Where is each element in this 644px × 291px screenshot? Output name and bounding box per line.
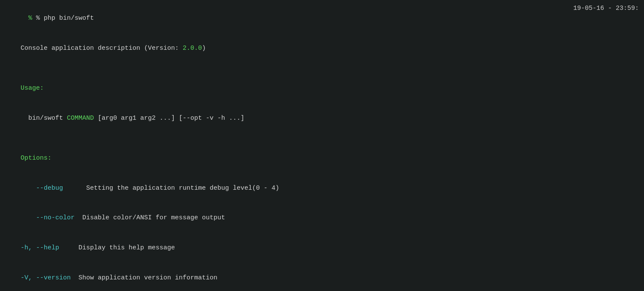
usage-args: [arg0 arg1 arg2 ...] [--opt -v -h ...] — [94, 115, 244, 122]
usage-line: bin/swoft COMMAND [arg0 arg1 arg2 ...] [… — [5, 103, 639, 133]
terminal: % % php bin/swoft 19-05-16 - 23:59: Cons… — [5, 3, 639, 291]
description-suffix: ) — [202, 45, 206, 52]
option-flag-help: -h, --help — [21, 244, 59, 252]
option-flag-no-color: --no-color — [21, 214, 75, 221]
option-help: -h, --help Display this help message — [5, 233, 639, 263]
options-label-line: Options: — [5, 143, 639, 173]
option-version: -V, --version Show application version i… — [5, 263, 639, 291]
prompt-symbol: % — [28, 15, 36, 22]
usage-label: Usage: — [21, 85, 44, 92]
top-line: % % php bin/swoft 19-05-16 - 23:59: — [5, 3, 639, 33]
timestamp: 19-05-16 - 23:59: — [573, 3, 639, 33]
prompt-line: % % php bin/swoft — [5, 3, 94, 33]
option-desc-version: Show application version information — [71, 274, 217, 282]
option-desc-no-color: Disable color/ANSI for message output — [75, 214, 225, 221]
version: 2.0.0 — [183, 45, 202, 52]
option-debug: --debug Setting the application runtime … — [5, 173, 639, 203]
prompt-command: % php bin/swoft — [36, 15, 94, 22]
option-no-color: --no-color Disable color/ANSI for messag… — [5, 203, 639, 233]
option-desc-debug: Setting the application runtime debug le… — [63, 185, 279, 192]
options-label: Options: — [21, 155, 51, 162]
usage-label-line: Usage: — [5, 73, 639, 103]
option-desc-help: Display this help message — [59, 244, 175, 252]
option-flag-debug: --debug — [21, 185, 63, 192]
description-line: Console application description (Version… — [5, 33, 639, 64]
usage-bin: bin/swoft — [21, 115, 67, 122]
description-prefix: Console application description (Version… — [21, 45, 183, 52]
usage-command: COMMAND — [67, 115, 94, 122]
option-flag-version: -V, --version — [21, 274, 71, 282]
